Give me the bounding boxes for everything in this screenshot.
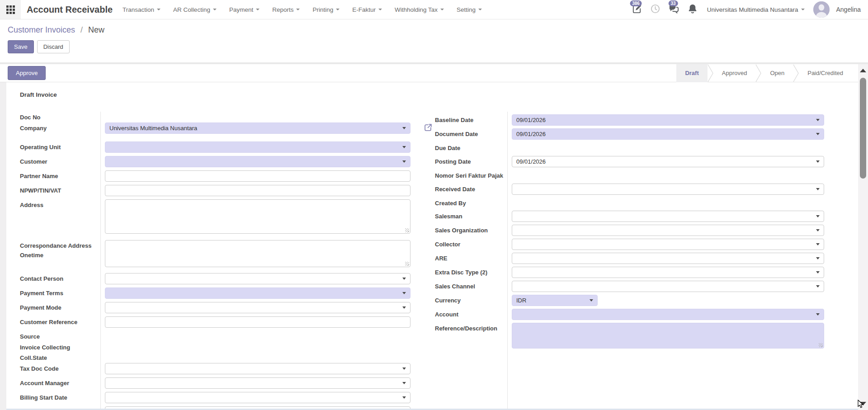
payment-mode-cell bbox=[100, 302, 410, 313]
apps-grid-button[interactable] bbox=[0, 0, 21, 19]
field-row-correspondance-address-onetime: Correspondance Address Onetime bbox=[14, 240, 410, 267]
form-columns: Doc NoCompanyUniversitas Multimedia Nusa… bbox=[14, 112, 824, 410]
menu-label: Setting bbox=[457, 6, 476, 13]
status-step-approved[interactable]: Approved bbox=[713, 64, 756, 82]
field-row-sales-channel: Sales Channel bbox=[431, 281, 824, 292]
operating-unit-label: Operating Unit bbox=[14, 141, 100, 152]
sales-channel-cell bbox=[507, 281, 824, 292]
field-row-address: Address bbox=[14, 199, 410, 234]
notifications-button[interactable] bbox=[687, 4, 698, 15]
extra-disc-type-2-select[interactable] bbox=[512, 267, 824, 278]
received-date-cell bbox=[507, 184, 824, 195]
customer-label: Customer bbox=[14, 156, 100, 167]
customer-reference-cell bbox=[100, 316, 410, 328]
billing-start-date-date-field[interactable] bbox=[105, 392, 410, 403]
company-switcher[interactable]: Universitas Multimedia Nusantara bbox=[707, 6, 805, 13]
correspondance-address-onetime-label: Correspondance Address Onetime bbox=[14, 240, 100, 260]
chevron-down-icon bbox=[402, 306, 406, 309]
address-textarea[interactable] bbox=[105, 199, 410, 234]
npwp-tin-vat-cell bbox=[100, 185, 410, 196]
document-date-date-field[interactable]: 09/01/2026 bbox=[512, 128, 824, 140]
field-row-payment-mode: Payment Mode bbox=[14, 302, 410, 313]
activities-button[interactable] bbox=[650, 4, 661, 15]
approve-button[interactable]: Approve bbox=[8, 66, 46, 80]
reference-description-textarea[interactable] bbox=[512, 323, 824, 349]
menu-printing[interactable]: Printing bbox=[312, 6, 340, 13]
are-select[interactable] bbox=[512, 253, 824, 264]
correspondance-address-onetime-textarea[interactable] bbox=[105, 240, 410, 267]
form-area: Draft Invoice Doc NoCompanyUniversitas M… bbox=[0, 82, 858, 410]
breadcrumb-parent[interactable]: Customer Invoices bbox=[8, 25, 75, 34]
created-by-label: Created By bbox=[431, 198, 507, 208]
menu-payment[interactable]: Payment bbox=[229, 6, 259, 13]
account-cell bbox=[507, 309, 824, 320]
sales-organization-select[interactable] bbox=[512, 225, 824, 236]
discard-button[interactable]: Discard bbox=[37, 40, 70, 53]
chevron-down-icon bbox=[402, 127, 406, 129]
status-step-open[interactable]: Open bbox=[761, 64, 793, 82]
menu-transaction[interactable]: Transaction bbox=[123, 6, 160, 13]
menu-label: Withholding Tax bbox=[395, 6, 438, 13]
breadcrumb: Customer Invoices / New bbox=[0, 19, 868, 35]
npwp-tin-vat-label: NPWP/TIN/VAT bbox=[14, 185, 100, 196]
messages-button[interactable]: 33 bbox=[668, 4, 680, 15]
chevron-down-icon bbox=[816, 313, 820, 316]
field-row-customer-reference: Customer Reference bbox=[14, 316, 410, 328]
statusbar: Approve DraftApprovedOpenPaid/Credited bbox=[0, 64, 858, 82]
posting-date-date-field[interactable]: 09/01/2026 bbox=[512, 156, 824, 167]
payment-mode-label: Payment Mode bbox=[14, 302, 100, 313]
scrollbar-thumb[interactable] bbox=[860, 78, 866, 179]
tax-doc-code-cell bbox=[100, 363, 410, 374]
customer-select[interactable] bbox=[105, 156, 410, 167]
npwp-tin-vat-input[interactable] bbox=[105, 185, 410, 196]
menu-label: AR Collecting bbox=[173, 6, 210, 13]
form-column-right: Baseline Date09/01/2026Document Date09/0… bbox=[431, 112, 824, 410]
salesman-select[interactable] bbox=[512, 211, 824, 222]
scroll-up-arrow[interactable] bbox=[860, 69, 866, 72]
currency-select[interactable]: IDR bbox=[512, 295, 598, 306]
payment-terms-select[interactable] bbox=[105, 287, 410, 299]
currency-value: IDR bbox=[512, 295, 597, 306]
chevron-down-icon bbox=[816, 133, 820, 135]
received-date-date-field[interactable] bbox=[512, 184, 824, 195]
sales-organization-label: Sales Organization bbox=[431, 225, 507, 236]
partner-name-input[interactable] bbox=[105, 170, 410, 182]
menu-setting[interactable]: Setting bbox=[457, 6, 482, 13]
field-row-account: Account bbox=[431, 309, 824, 320]
menu-e-faktur[interactable]: E-Faktur bbox=[352, 6, 382, 13]
company-value: Universitas Multimedia Nusantara bbox=[105, 123, 410, 133]
sales-organization-cell bbox=[507, 225, 824, 236]
company-select[interactable]: Universitas Multimedia Nusantara bbox=[105, 123, 410, 134]
chevron-down-icon bbox=[816, 119, 820, 121]
status-step-draft[interactable]: Draft bbox=[676, 64, 707, 82]
tax-doc-code-select[interactable] bbox=[105, 363, 410, 374]
sales-channel-select[interactable] bbox=[512, 281, 824, 292]
payment-mode-select[interactable] bbox=[105, 302, 410, 313]
chevron-down-icon bbox=[157, 9, 160, 10]
menu-withholding-tax[interactable]: Withholding Tax bbox=[395, 6, 444, 13]
field-row-partner-name: Partner Name bbox=[14, 170, 410, 182]
currency-cell: IDR bbox=[507, 295, 824, 306]
field-row-posting-date: Posting Date09/01/2026 bbox=[431, 156, 824, 167]
menu-reports[interactable]: Reports bbox=[272, 6, 300, 13]
menu-ar-collecting[interactable]: AR Collecting bbox=[173, 6, 217, 13]
open-record-icon[interactable] bbox=[423, 123, 433, 132]
contact-person-select[interactable] bbox=[105, 273, 410, 284]
chevron-down-icon bbox=[402, 146, 406, 148]
apps-grid-icon bbox=[6, 5, 15, 14]
extra-disc-type-2-cell bbox=[507, 267, 824, 278]
collector-select[interactable] bbox=[512, 239, 824, 250]
account-select[interactable] bbox=[512, 309, 824, 320]
customer-reference-input[interactable] bbox=[105, 316, 410, 328]
compose-button[interactable]: 386 bbox=[631, 4, 643, 15]
field-row-document-date: Document Date09/01/2026 bbox=[431, 128, 824, 140]
save-button[interactable]: Save bbox=[8, 40, 34, 53]
account-manager-select[interactable] bbox=[105, 377, 410, 389]
vertical-scrollbar[interactable] bbox=[858, 64, 868, 410]
avatar[interactable] bbox=[813, 1, 830, 18]
partner-name-label: Partner Name bbox=[14, 170, 100, 181]
status-step-paid-credited[interactable]: Paid/Credited bbox=[799, 64, 852, 82]
chevron-down-icon bbox=[816, 243, 820, 245]
operating-unit-select[interactable] bbox=[105, 141, 410, 153]
baseline-date-date-field[interactable]: 09/01/2026 bbox=[512, 114, 824, 126]
